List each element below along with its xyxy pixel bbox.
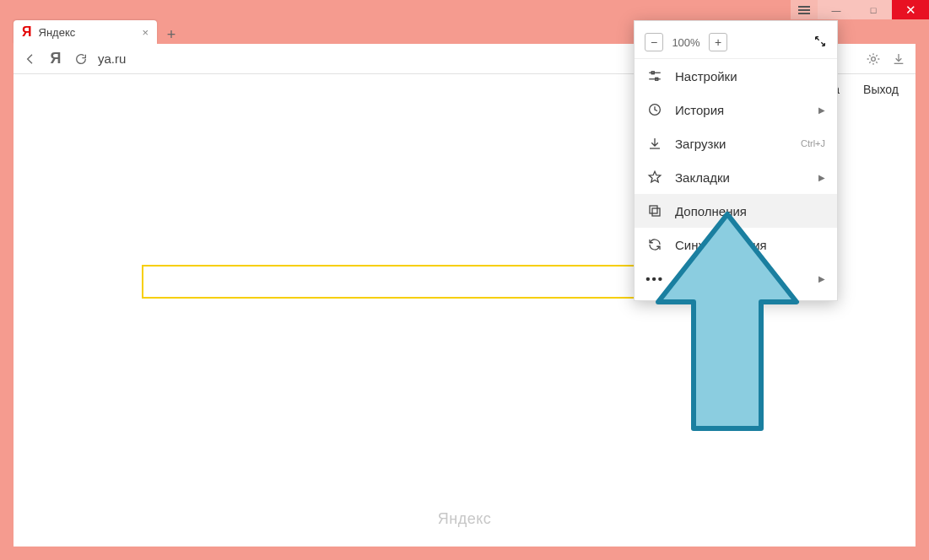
tab-close-icon[interactable]: × [142,26,149,39]
reload-button[interactable] [69,47,93,71]
menu-item-settings[interactable]: Настройки [635,59,837,93]
window-maximize-button[interactable]: □ [855,0,892,19]
titlebar: — □ ✕ [791,0,929,19]
menu-item-downloads[interactable]: Загрузки Ctrl+J [635,127,837,160]
download-icon [646,136,663,151]
svg-rect-8 [650,206,657,213]
menu-label: Загрузки [675,137,789,151]
svg-point-0 [872,57,876,61]
page-brand-text: Яндекс [438,510,492,528]
menu-item-extensions[interactable]: Дополнения [635,194,837,228]
zoom-in-button[interactable]: + [709,33,727,51]
new-tab-button[interactable]: + [162,25,181,44]
menu-item-sync[interactable]: Синхронизация [635,228,837,261]
main-menu: − 100% + Настройки История ▶ Загрузки Ct… [634,20,838,301]
clock-icon [646,102,663,117]
menu-label: Дополнения [675,204,825,218]
browser-tab[interactable]: Я Яндекс × [14,20,157,44]
svg-rect-9 [652,208,660,216]
zoom-out-button[interactable]: − [645,33,663,51]
zoom-value: 100% [672,36,700,49]
menu-label: Закладки [675,170,807,185]
sync-icon [646,237,663,252]
submenu-arrow-icon: ▶ [818,105,825,115]
settings-gear-button[interactable] [861,47,885,71]
yandex-home-icon[interactable]: Я [44,47,68,71]
menu-label: Синхронизация [675,238,825,252]
nav-back-button[interactable] [19,47,42,71]
window-close-button[interactable]: ✕ [892,0,929,19]
submenu-arrow-icon: ▶ [818,173,825,182]
url-text: ya.ru [98,51,126,66]
menu-item-history[interactable]: История ▶ [635,93,837,127]
downloads-button[interactable] [887,47,910,71]
menu-label: История [675,103,807,117]
submenu-arrow-icon: ▶ [818,274,825,283]
menu-item-more[interactable]: ••• Дополнительно ▶ [635,261,837,295]
extensions-icon [646,203,663,218]
menu-label: Настройки [675,69,825,83]
fullscreen-button[interactable] [813,35,827,51]
tab-title: Яндекс [39,26,136,39]
svg-marker-7 [649,171,661,182]
sliders-icon [646,68,663,83]
menu-hamburger-icon[interactable] [791,0,818,19]
page-link-exit[interactable]: Выход [863,83,899,96]
toolbar-right [861,47,910,71]
menu-shortcut: Ctrl+J [801,138,825,148]
menu-item-bookmarks[interactable]: Закладки ▶ [635,160,837,194]
tabstrip: Я Яндекс × + [14,20,181,44]
page-top-links: а Выход [833,83,899,96]
zoom-row: − 100% + [635,26,837,59]
window-minimize-button[interactable]: — [818,0,855,19]
star-icon [646,170,663,185]
yandex-favicon-icon: Я [22,24,32,40]
dots-icon: ••• [646,272,663,286]
menu-label: Дополнительно [675,272,807,286]
